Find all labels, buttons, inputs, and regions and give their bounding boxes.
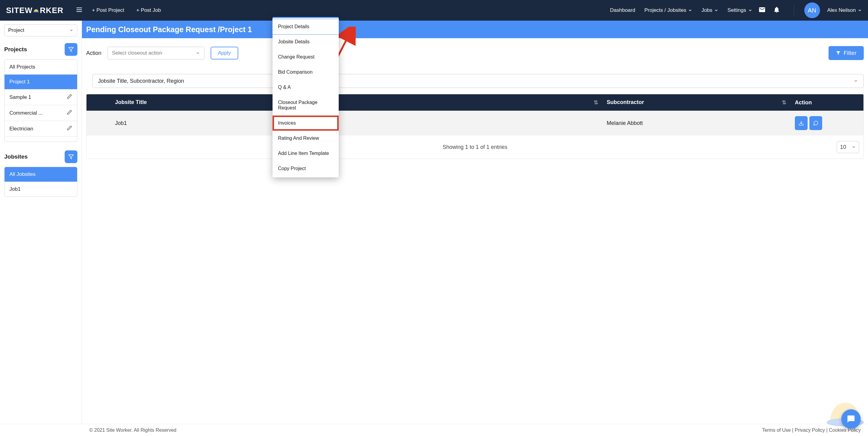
- post-project-link[interactable]: + Post Project: [92, 7, 124, 13]
- dropdown-item[interactable]: Copy Project: [273, 161, 339, 176]
- nav-jobs[interactable]: Jobs: [702, 7, 718, 13]
- chevron-down-icon: [748, 8, 752, 12]
- filter-button[interactable]: Filter: [829, 46, 864, 60]
- jobsites-heading: Jobsites: [4, 154, 28, 160]
- chevron-down-icon: [851, 145, 856, 149]
- sidebar-project-item[interactable]: Electrician: [5, 121, 77, 137]
- menu-toggle-icon[interactable]: [75, 6, 83, 14]
- nav-items: Dashboard Projects / Jobsites Jobs Setti…: [610, 7, 752, 13]
- sidebar-project-item[interactable]: Commercial ...: [5, 105, 77, 121]
- dropdown-item[interactable]: Project Details: [273, 19, 339, 34]
- nav-projects-jobsites[interactable]: Projects / Jobsites: [644, 7, 692, 13]
- col-action-label: Action: [795, 99, 812, 105]
- project-item-label: Commercial ...: [9, 110, 43, 116]
- sidebar-jobsite-item[interactable]: All Jobsites: [5, 167, 77, 182]
- row-expand-cell[interactable]: [87, 111, 111, 136]
- svg-rect-0: [33, 11, 39, 12]
- sidebar: Project Projects All ProjectsProject 1Sa…: [0, 21, 82, 424]
- filter-icon: [836, 51, 841, 56]
- dropdown-item[interactable]: Q & A: [273, 80, 339, 95]
- grouping-select[interactable]: Jobsite Title, Subcontractor, Region: [92, 74, 864, 88]
- action-bar: Action Select closeout action Apply Filt…: [82, 38, 868, 68]
- nav-settings-label: Settings: [727, 7, 746, 13]
- footer-links: Terms of Use | Privacy Policy | Cookies …: [762, 428, 861, 433]
- chevron-down-icon: [714, 8, 718, 12]
- scope-select[interactable]: Project: [4, 24, 78, 36]
- col-expand: [87, 94, 111, 111]
- chat-widget[interactable]: [841, 409, 861, 429]
- nav-divider: [794, 5, 794, 16]
- comment-button[interactable]: [809, 116, 822, 130]
- pencil-icon[interactable]: [67, 94, 72, 101]
- col-subcontractor[interactable]: Subcontractor ⇅: [602, 94, 790, 111]
- page-title: Pending Closeout Package Request /Projec…: [82, 21, 868, 38]
- mail-icon[interactable]: [758, 6, 766, 14]
- filter-button-label: Filter: [844, 50, 857, 57]
- table-footer: Showing 1 to 1 of 1 entries 10: [87, 136, 863, 159]
- jobsites-filter-button[interactable]: [65, 150, 78, 163]
- sidebar-project-item[interactable]: Project 1: [5, 75, 77, 90]
- col-jobsite-label: Jobsite Title: [115, 99, 147, 105]
- table-row: Job1Melanie Abbott: [87, 111, 863, 136]
- sidebar-project-item[interactable]: Residential ...: [5, 137, 77, 142]
- chevron-down-icon: [69, 28, 73, 32]
- row-actions: [790, 111, 863, 136]
- user-menu[interactable]: Alex Neilson: [827, 7, 862, 13]
- sidebar-project-item[interactable]: All Projects: [5, 60, 77, 75]
- sidebar-project-item[interactable]: Sample 1: [5, 90, 77, 105]
- sort-icon: ⇅: [594, 99, 598, 106]
- page-size-value: 10: [840, 144, 846, 150]
- row-subcontractor: Melanie Abbott: [602, 111, 790, 136]
- dropdown-item[interactable]: Change Request: [273, 49, 339, 65]
- svg-marker-6: [836, 51, 840, 55]
- dropdown-item[interactable]: Invoices: [273, 115, 339, 131]
- col-subcontractor-label: Subcontractor: [607, 99, 644, 105]
- action-select-placeholder: Select closeout action: [112, 50, 162, 56]
- nav-dashboard[interactable]: Dashboard: [610, 7, 635, 13]
- download-button[interactable]: [795, 116, 808, 130]
- chevron-down-icon: [196, 51, 200, 55]
- apply-button[interactable]: Apply: [211, 47, 238, 60]
- nav-projects-label: Projects / Jobsites: [644, 7, 686, 13]
- pencil-icon[interactable]: [67, 109, 72, 116]
- dropdown-item[interactable]: Bid Comparison: [273, 65, 339, 80]
- footer-terms[interactable]: Terms of Use: [762, 428, 790, 433]
- filter-icon: [68, 154, 74, 160]
- closeout-action-select[interactable]: Select closeout action: [107, 47, 205, 60]
- sort-icon: ⇅: [782, 99, 786, 106]
- post-job-link[interactable]: + Post Job: [136, 7, 161, 13]
- dropdown-item[interactable]: Jobsite Details: [273, 34, 339, 49]
- chevron-down-icon: [688, 8, 692, 12]
- grouping-select-label: Jobsite Title, Subcontractor, Region: [98, 78, 184, 84]
- action-label: Action: [86, 50, 101, 57]
- footer-cookies[interactable]: Cookies Policy: [829, 428, 861, 433]
- site-footer: © 2021 Site Worker. All Rights Reserved …: [0, 424, 868, 436]
- project-item-label: Project 1: [9, 79, 30, 85]
- project-item-label: Residential ...: [9, 141, 41, 142]
- projects-dropdown-menu: Project DetailsJobsite DetailsChange Req…: [273, 17, 339, 177]
- footer-privacy[interactable]: Privacy Policy: [795, 428, 825, 433]
- data-table: Jobsite Title ⇅ Subcontractor ⇅ Action: [86, 94, 864, 159]
- dropdown-item[interactable]: Add Line Item Template: [273, 146, 339, 161]
- comment-icon: [813, 121, 818, 126]
- nav-jobs-label: Jobs: [702, 7, 712, 13]
- dropdown-item[interactable]: Rating And Review: [273, 131, 339, 146]
- pencil-icon[interactable]: [67, 125, 72, 132]
- sidebar-jobsite-item[interactable]: Job1: [5, 182, 77, 197]
- chat-icon: [847, 415, 855, 423]
- chevron-down-icon: [858, 8, 862, 12]
- project-item-label: Electrician: [9, 126, 33, 132]
- bell-icon[interactable]: [773, 6, 780, 14]
- nav-settings[interactable]: Settings: [727, 7, 752, 13]
- nav-dashboard-label: Dashboard: [610, 7, 635, 13]
- col-jobsite[interactable]: Jobsite Title ⇅: [111, 94, 602, 111]
- page-size-select[interactable]: 10: [837, 141, 859, 153]
- row-jobsite: Job1: [111, 111, 602, 136]
- projects-filter-button[interactable]: [65, 43, 78, 56]
- dropdown-item[interactable]: Closeout Package Request: [273, 95, 339, 115]
- project-item-label: Sample 1: [9, 94, 31, 100]
- table-footer-text: Showing 1 to 1 of 1 entries: [442, 144, 507, 150]
- top-nav: SITEW RKER + Post Project + Post Job Das…: [0, 0, 868, 21]
- user-avatar[interactable]: AN: [804, 2, 820, 18]
- brand-logo: SITEW RKER: [6, 6, 63, 15]
